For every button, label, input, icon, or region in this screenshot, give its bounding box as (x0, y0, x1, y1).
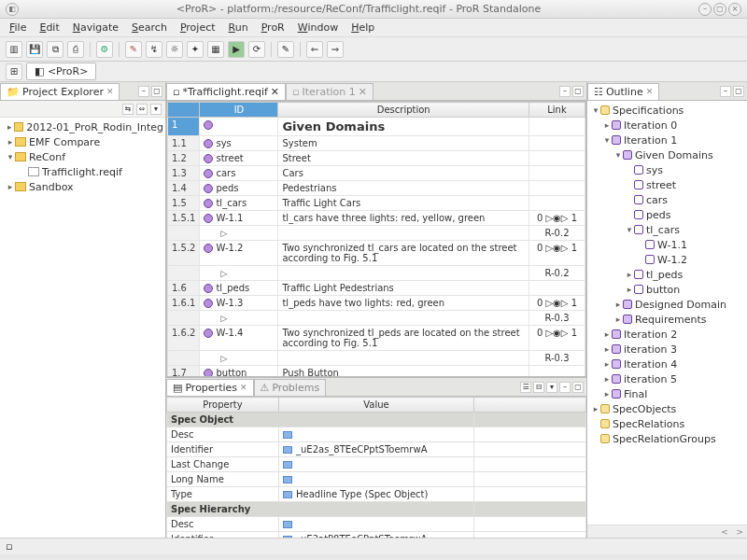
table-row[interactable]: 1.1sysSystem (168, 136, 585, 151)
table-row[interactable]: 1.7buttonPush Button (168, 366, 585, 378)
outline-tree[interactable]: ▾Specifications▸Iteration 0▾Iteration 1▾… (587, 101, 747, 525)
close-icon[interactable]: ✕ (106, 87, 114, 96)
outline-item[interactable]: ▸iteration 3 (589, 342, 745, 357)
col-header[interactable]: ID (200, 103, 278, 118)
tab-outline[interactable]: ☷ Outline ✕ (587, 83, 659, 100)
tree-item[interactable]: ▸EMF Compare (2, 134, 163, 149)
minimize-view-icon[interactable]: – (138, 86, 149, 97)
close-icon[interactable]: ✕ (646, 87, 654, 96)
tool-icon[interactable]: ☼ (166, 41, 183, 58)
table-row[interactable]: 1.4pedsPedestrians (168, 181, 585, 196)
tab-problems[interactable]: ⚠ Problems (254, 379, 327, 396)
outline-item[interactable]: ▸Designed Domain (589, 297, 745, 312)
outline-item[interactable]: ▸Iteration 4 (589, 357, 745, 371)
print-icon[interactable]: ⎙ (67, 41, 84, 58)
tool-icon[interactable]: ⟳ (248, 41, 265, 58)
table-row[interactable]: ▷R-0.2 (168, 266, 585, 281)
outline-item[interactable]: ▸SpecObjects (589, 401, 745, 416)
outline-item[interactable]: sys (589, 162, 745, 177)
table-row[interactable]: ▷R-0.2 (168, 226, 585, 241)
property-row[interactable]: Desc (167, 517, 586, 532)
tool-icon[interactable]: ▦ (207, 41, 224, 58)
close-icon[interactable]: ✕ (271, 86, 279, 98)
minimize-view-icon[interactable]: – (559, 86, 571, 97)
property-row[interactable]: Identifier_uE2atP8TEeCPptSToemrwA (167, 532, 586, 539)
editor-tab[interactable]: ▫*Trafficlight.reqif✕ (166, 83, 286, 100)
outline-item[interactable]: W-1.2 (589, 252, 745, 267)
outline-item[interactable]: ▾tl_cars (589, 222, 745, 237)
project-tree[interactable]: ▸2012-01_ProR_Rodin_Integ▸EMF Compare▾Re… (0, 118, 165, 538)
outline-item[interactable]: street (589, 177, 745, 192)
editor-tab[interactable]: ▫Iteration 1✕ (286, 83, 374, 100)
back-icon[interactable]: ⇐ (306, 41, 323, 58)
table-row[interactable]: 1.2streetStreet (168, 151, 585, 166)
outline-item[interactable]: ▸iteration 5 (589, 371, 745, 386)
table-row[interactable]: 1.5.1W-1.1tl_cars have three lights: red… (168, 211, 585, 226)
run-icon[interactable]: ▶ (228, 41, 245, 58)
table-row[interactable]: 1.6tl_pedsTraffic Light Pedestrians (168, 281, 585, 296)
link-icon[interactable]: ⇔ (136, 104, 148, 115)
outline-item[interactable]: ▾Specifications (589, 103, 745, 118)
save-icon[interactable]: 💾 (26, 41, 43, 58)
tree-item[interactable]: ▾ReConf (2, 149, 163, 164)
outline-item[interactable]: peds (589, 207, 745, 222)
outline-item[interactable]: ▸Requirements (589, 312, 745, 327)
tool-icon[interactable]: ✎ (277, 41, 294, 58)
menu-edit[interactable]: Edit (34, 20, 64, 35)
debug-icon[interactable]: ⚙ (96, 41, 113, 58)
table-row[interactable]: 1.5tl_carsTraffic Light Cars (168, 196, 585, 211)
maximize-view-icon[interactable]: ▢ (151, 86, 162, 97)
close-icon[interactable]: ✕ (359, 86, 367, 98)
outline-item[interactable]: ▸Iteration 2 (589, 327, 745, 342)
outline-item[interactable]: cars (589, 192, 745, 207)
menu-help[interactable]: Help (345, 20, 380, 35)
menu-pror[interactable]: ProR (256, 20, 290, 35)
tool-icon[interactable]: ✎ (125, 41, 142, 58)
tree-item[interactable]: ▸Sandbox (2, 179, 163, 194)
col-header[interactable] (168, 103, 200, 118)
outline-item[interactable]: ▾Given Domains (589, 147, 745, 162)
table-row[interactable]: 1.6.1W-1.3tl_peds have two lights: red, … (168, 296, 585, 311)
tool-icon[interactable]: ↯ (146, 41, 162, 58)
col-property[interactable]: Property (167, 398, 279, 413)
perspective-tab[interactable]: ◧ <ProR> (26, 63, 96, 80)
maximize-view-icon[interactable]: ▢ (572, 382, 584, 393)
tree-item[interactable]: ▸2012-01_ProR_Rodin_Integ (2, 119, 163, 134)
tree-icon[interactable]: ⊟ (533, 382, 544, 393)
menu-run[interactable]: Run (223, 20, 254, 35)
scroll-hint[interactable]: < > (587, 525, 747, 538)
minimize-view-icon[interactable]: – (559, 382, 571, 393)
col-header[interactable]: Description (278, 103, 529, 118)
property-row[interactable]: Long Name (167, 472, 586, 487)
close-button[interactable]: × (728, 3, 741, 16)
view-menu-icon[interactable]: ☰ (520, 382, 531, 393)
outline-item[interactable]: ▸Final (589, 386, 745, 401)
tool-icon[interactable]: ✦ (187, 41, 204, 58)
menu-navigate[interactable]: Navigate (67, 20, 124, 35)
property-group[interactable]: Spec Object (167, 413, 586, 427)
outline-item[interactable]: ▸Iteration 0 (589, 118, 745, 133)
property-row[interactable]: TypeHeadline Type (Spec Object) (167, 487, 586, 502)
outline-item[interactable]: ▾Iteration 1 (589, 133, 745, 147)
outline-item[interactable]: ▸button (589, 282, 745, 297)
minimize-button[interactable]: – (698, 3, 712, 16)
outline-item[interactable]: W-1.1 (589, 237, 745, 252)
col-header[interactable]: Link (529, 103, 585, 118)
minimize-view-icon[interactable]: – (720, 86, 731, 97)
table-row[interactable]: 1.3carsCars (168, 166, 585, 181)
maximize-button[interactable]: ▢ (713, 3, 726, 16)
table-row[interactable]: 1Given Domains (168, 118, 585, 136)
properties-table[interactable]: Property Value Spec ObjectDescIdentifier… (166, 397, 586, 538)
menu-icon[interactable]: ▾ (150, 104, 162, 115)
col-value[interactable]: Value (279, 398, 474, 413)
close-icon[interactable]: ✕ (240, 383, 247, 392)
open-perspective-icon[interactable]: ⊞ (6, 63, 22, 80)
maximize-view-icon[interactable]: ▢ (572, 86, 584, 97)
menu-file[interactable]: File (4, 20, 32, 35)
property-row[interactable]: Identifier_uE2as_8TEeCPptSToemrwA (167, 442, 586, 457)
table-row[interactable]: ▷R-0.3 (168, 311, 585, 326)
outline-item[interactable]: SpecRelationGroups (589, 431, 745, 446)
new-icon[interactable]: ▥ (6, 41, 22, 58)
forward-icon[interactable]: ⇒ (327, 41, 344, 58)
table-row[interactable]: 1.6.2W-1.4Two synchronized tl_peds are l… (168, 326, 585, 351)
